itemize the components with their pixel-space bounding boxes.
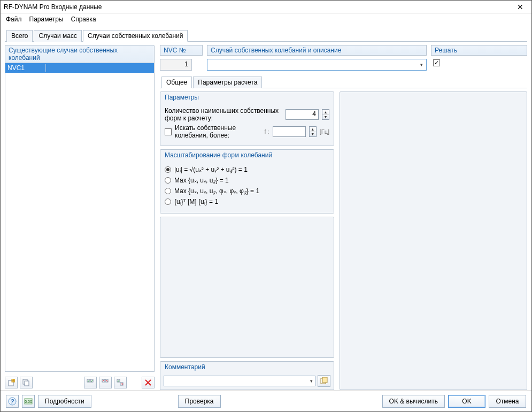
close-icon[interactable]: ✕: [512, 3, 528, 11]
svg-rect-21: [322, 377, 327, 383]
window-title: RF-DYNAM Pro Входные данные: [4, 3, 512, 11]
nvc-label: NVC №: [160, 45, 203, 56]
radio-icon: [165, 199, 171, 205]
chevron-down-icon: ▾: [307, 378, 315, 384]
params-section: Параметры Количество наименьших собствен…: [160, 91, 334, 146]
menu-params[interactable]: Параметры: [29, 16, 64, 23]
solve-label: Решать: [431, 45, 527, 56]
freq-input[interactable]: [273, 126, 306, 137]
tab-mass[interactable]: Случаи масс: [34, 30, 82, 42]
ok-calc-button[interactable]: OK & вычислить: [382, 395, 445, 408]
count-label: Количество наименьших собственных форм к…: [165, 107, 282, 122]
empty-panel: [160, 217, 334, 358]
units-button[interactable]: 0.00: [22, 395, 35, 408]
comment-title: Комментарий: [160, 362, 334, 372]
desc-label: Случай собственных колебаний и описание: [207, 45, 427, 56]
deselect-all-button[interactable]: [99, 377, 112, 388]
radio-icon: [165, 188, 171, 194]
tab-eigen[interactable]: Случаи собственных колебаний: [83, 30, 188, 42]
svg-text:?: ?: [11, 398, 14, 405]
help-button[interactable]: ?: [6, 395, 19, 408]
scaling-title: Масштабирование форм колебаний: [160, 150, 334, 161]
radio-icon: [165, 177, 171, 184]
outer-tabs: Всего Случаи масс Случаи собственных кол…: [5, 29, 527, 42]
toggle-selection-button[interactable]: [114, 377, 127, 388]
menu-file[interactable]: Файл: [6, 16, 22, 23]
inner-tabs: Общее Параметры расчета: [160, 76, 527, 88]
delete-item-button[interactable]: [142, 377, 155, 388]
freq-unit: [Гц]: [320, 128, 329, 135]
list-item-id: NVC1: [5, 64, 46, 72]
comment-section: Комментарий ▾: [160, 361, 334, 390]
scaling-opt4[interactable]: {uⱼ}ᵀ [M] {uⱼ} = 1: [165, 198, 329, 205]
left-list-header: Существующие случаи собственных колебани…: [5, 45, 155, 63]
preview-panel: [340, 91, 527, 390]
ok-button[interactable]: OK: [448, 395, 485, 408]
list-item[interactable]: NVC1: [5, 63, 154, 73]
comment-select[interactable]: ▾: [164, 376, 315, 386]
tab-calc-params[interactable]: Параметры расчета: [193, 77, 262, 88]
svg-rect-5: [25, 381, 29, 386]
count-input[interactable]: 4: [286, 109, 319, 120]
tab-general[interactable]: Общее: [161, 77, 192, 88]
new-item-button[interactable]: [5, 377, 18, 388]
search-label: Искать собственные колебания, более:: [175, 124, 261, 139]
scaling-opt3[interactable]: Max {uₓ, uᵧ, u𝓏, φₓ, φᵧ, φ𝓏} = 1: [165, 187, 329, 195]
menu-help[interactable]: Справка: [71, 16, 96, 23]
nvc-number-field: 1: [160, 59, 192, 71]
footer: ? 0.00 Подробности Проверка OK & вычисли…: [1, 390, 531, 411]
scaling-opt1[interactable]: |uⱼ| = √(uₓ² + uᵧ² + u𝓏²) = 1: [165, 166, 329, 173]
tab-all[interactable]: Всего: [6, 30, 33, 42]
select-all-button[interactable]: [84, 377, 97, 388]
left-toolbar: [5, 375, 155, 390]
freq-prefix: f :: [264, 128, 269, 135]
count-spinner[interactable]: ▲▼: [322, 109, 329, 120]
eigen-case-list[interactable]: NVC1: [5, 63, 155, 372]
chevron-down-icon: ▾: [418, 62, 425, 67]
scaling-section: Масштабирование форм колебаний |uⱼ| = √(…: [160, 149, 334, 213]
cancel-button[interactable]: Отмена: [489, 395, 526, 408]
search-checkbox[interactable]: [165, 128, 172, 135]
scaling-opt2[interactable]: Max {uₓ, uᵧ, u𝓏} = 1: [165, 177, 329, 184]
desc-select[interactable]: ▾: [207, 59, 427, 71]
copy-item-button[interactable]: [20, 377, 33, 388]
comment-pick-button[interactable]: [318, 375, 330, 387]
check-button[interactable]: Проверка: [178, 395, 221, 408]
solve-checkbox[interactable]: ✓: [433, 59, 440, 66]
svg-text:0.00: 0.00: [25, 400, 32, 403]
freq-spinner[interactable]: ▲▼: [309, 126, 317, 137]
params-title: Параметры: [160, 92, 334, 103]
menu-bar: Файл Параметры Справка: [1, 13, 531, 25]
radio-icon: [165, 166, 171, 173]
details-button[interactable]: Подробности: [38, 395, 91, 408]
